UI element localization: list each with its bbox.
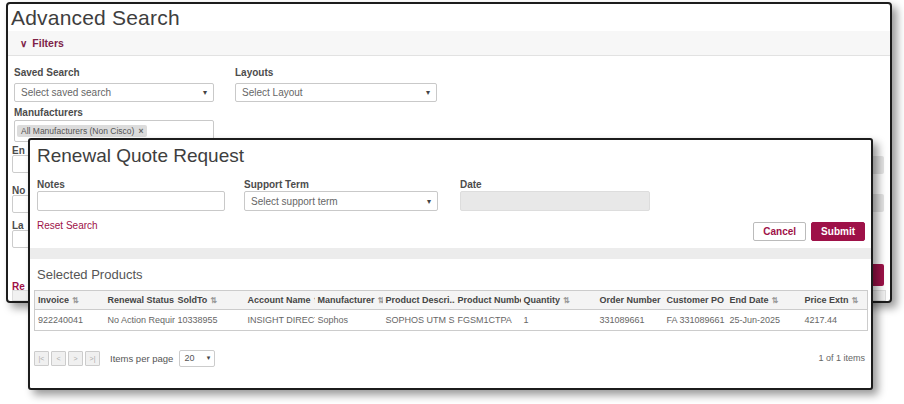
- cell-account-name: INSIGHT DIRECT ...: [245, 310, 315, 331]
- items-per-page-label: Items per page: [110, 353, 173, 364]
- cell-end-date: 25-Jun-2025: [727, 310, 802, 331]
- layouts-label: Layouts: [235, 67, 273, 78]
- chevron-down-icon: ∨: [20, 38, 27, 49]
- last-page-button[interactable]: >|: [85, 351, 100, 366]
- notes-label: Notes: [37, 179, 65, 190]
- saved-search-value: Select saved search: [21, 87, 199, 98]
- modal-title: Renewal Quote Request: [37, 145, 244, 167]
- column-header[interactable]: Invoice⇅: [35, 291, 105, 310]
- sort-icon: ⇅: [772, 296, 779, 305]
- manufacturer-tag: All Manufacturers (Non Cisco) ×: [17, 125, 147, 137]
- cell-manufacturer: Sophos: [315, 310, 383, 331]
- page-title: Advanced Search: [11, 6, 180, 30]
- sort-icon: ⇅: [563, 296, 570, 305]
- layouts-select[interactable]: Select Layout ▾: [235, 83, 437, 102]
- caret-down-icon: ▾: [203, 88, 207, 97]
- next-page-button[interactable]: >: [68, 351, 83, 366]
- filters-toggle[interactable]: ∨ Filters: [8, 31, 890, 56]
- sort-icon: ⇅: [314, 296, 315, 305]
- selected-products-table: Invoice⇅ Renewal Status⇅ SoldTo⇅ Account…: [34, 290, 868, 331]
- table-row[interactable]: 922240041 No Action Required 10338955 IN…: [35, 310, 868, 331]
- date-label: Date: [460, 179, 482, 190]
- saved-search-label: Saved Search: [14, 67, 80, 78]
- support-term-value: Select support term: [251, 196, 423, 207]
- column-header[interactable]: End Date⇅: [727, 291, 802, 310]
- manufacturers-label: Manufacturers: [14, 107, 83, 118]
- pagination-bar: |< < > >| Items per page 20 ▾ 1 of 1 ite…: [34, 346, 865, 370]
- sort-icon: ⇅: [852, 296, 859, 305]
- table-header-row: Invoice⇅ Renewal Status⇅ SoldTo⇅ Account…: [35, 291, 868, 310]
- date-input: [460, 191, 650, 211]
- layouts-value: Select Layout: [242, 87, 422, 98]
- selected-products-heading: Selected Products: [37, 267, 143, 282]
- column-header[interactable]: Customer PO⇅: [664, 291, 727, 310]
- cell-renewal-status: No Action Required: [105, 310, 175, 331]
- column-header[interactable]: SoldTo⇅: [175, 291, 245, 310]
- page-size-select[interactable]: 20 ▾: [179, 350, 215, 367]
- cell-price-extn: 4217.44: [802, 310, 868, 331]
- manufacturer-tag-label: All Manufacturers (Non Cisco): [21, 126, 134, 136]
- caret-down-icon: ▾: [426, 88, 430, 97]
- sort-icon: ⇅: [210, 296, 217, 305]
- support-term-select[interactable]: Select support term ▾: [244, 191, 438, 211]
- column-header[interactable]: Product Number⇅: [455, 291, 521, 310]
- support-term-label: Support Term: [244, 179, 309, 190]
- cell-soldto: 10338955: [175, 310, 245, 331]
- caret-down-icon: ▾: [427, 197, 431, 206]
- column-header[interactable]: Account Name⇅: [245, 291, 315, 310]
- previous-page-button[interactable]: <: [51, 351, 66, 366]
- cell-invoice: 922240041: [35, 310, 105, 331]
- notes-input[interactable]: [37, 191, 225, 211]
- column-header[interactable]: Quantity⇅: [521, 291, 597, 310]
- cell-order-number: 331089661: [597, 310, 664, 331]
- cell-product-description: SOPHOS UTM S...: [383, 310, 455, 331]
- sort-icon: ⇅: [378, 296, 383, 305]
- submit-button[interactable]: Submit: [811, 222, 865, 241]
- renewal-quote-request-modal: Renewal Quote Request Notes Support Term…: [28, 138, 873, 390]
- remove-tag-icon[interactable]: ×: [138, 126, 143, 136]
- caret-down-icon: ▾: [207, 354, 211, 362]
- first-page-button[interactable]: |<: [34, 351, 49, 366]
- cell-product-number: FGSM1CTPA: [455, 310, 521, 331]
- section-divider: [30, 248, 871, 259]
- column-header[interactable]: Price Extn⇅: [802, 291, 868, 310]
- desktop: Advanced Search ∨ Filters Saved Search S…: [0, 0, 904, 404]
- page-size-value: 20: [184, 353, 194, 363]
- cancel-button[interactable]: Cancel: [753, 222, 806, 241]
- column-header[interactable]: Order Number⇅: [597, 291, 664, 310]
- cell-customer-po: FA 331089661: [664, 310, 727, 331]
- column-header[interactable]: Renewal Status⇅: [105, 291, 175, 310]
- column-header[interactable]: Manufacturer⇅: [315, 291, 383, 310]
- pagination-summary: 1 of 1 items: [818, 353, 865, 363]
- sort-icon: ⇅: [72, 296, 79, 305]
- column-header[interactable]: Product Descri...⇅: [383, 291, 455, 310]
- saved-search-select[interactable]: Select saved search ▾: [14, 83, 214, 102]
- filters-label: Filters: [32, 37, 64, 49]
- reset-search-link[interactable]: Reset Search: [37, 220, 98, 231]
- cell-quantity: 1: [521, 310, 597, 331]
